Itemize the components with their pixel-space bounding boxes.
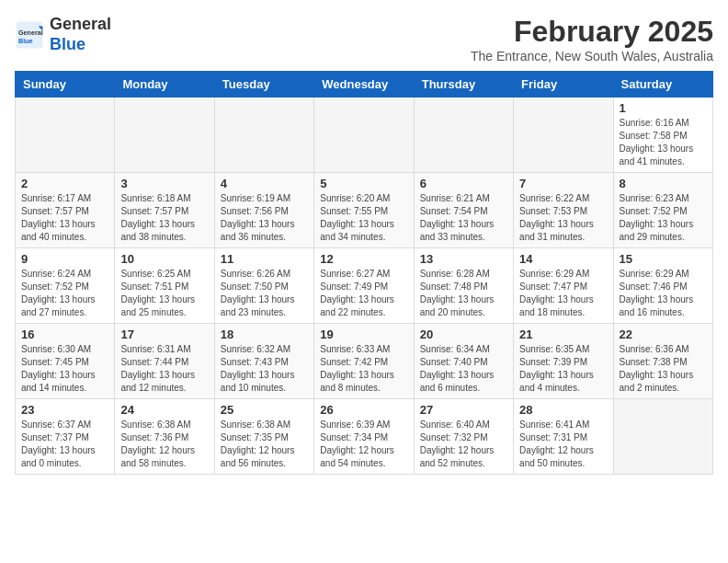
day-number: 15: [620, 252, 707, 266]
day-number: 6: [420, 177, 507, 190]
day-cell: 10Sunrise: 6:25 AM Sunset: 7:51 PM Dayli…: [115, 248, 214, 324]
day-cell: 1Sunrise: 6:16 AM Sunset: 7:58 PM Daylig…: [613, 98, 712, 173]
day-info: Sunrise: 6:24 AM Sunset: 7:52 PM Dayligh…: [21, 268, 108, 319]
day-cell: [115, 98, 214, 173]
day-info: Sunrise: 6:26 AM Sunset: 7:50 PM Dayligh…: [221, 268, 308, 319]
day-cell: 12Sunrise: 6:27 AM Sunset: 7:49 PM Dayli…: [314, 248, 414, 324]
day-number: 25: [221, 403, 308, 417]
day-info: Sunrise: 6:34 AM Sunset: 7:40 PM Dayligh…: [420, 343, 507, 395]
day-info: Sunrise: 6:31 AM Sunset: 7:44 PM Dayligh…: [120, 343, 208, 395]
weekday-header-tuesday: Tuesday: [214, 72, 313, 98]
week-row-1: 1Sunrise: 6:16 AM Sunset: 7:58 PM Daylig…: [16, 98, 713, 173]
day-info: Sunrise: 6:21 AM Sunset: 7:54 PM Dayligh…: [420, 192, 507, 244]
day-info: Sunrise: 6:30 AM Sunset: 7:45 PM Dayligh…: [21, 343, 108, 395]
day-cell: 6Sunrise: 6:21 AM Sunset: 7:54 PM Daylig…: [414, 173, 513, 248]
day-info: Sunrise: 6:35 AM Sunset: 7:39 PM Dayligh…: [519, 343, 607, 395]
day-cell: 20Sunrise: 6:34 AM Sunset: 7:40 PM Dayli…: [414, 324, 513, 399]
day-info: Sunrise: 6:29 AM Sunset: 7:47 PM Dayligh…: [519, 268, 607, 319]
day-number: 17: [120, 327, 208, 341]
day-cell: 27Sunrise: 6:40 AM Sunset: 7:32 PM Dayli…: [414, 399, 513, 475]
day-cell: [613, 399, 712, 475]
logo: General Blue General Blue: [15, 15, 111, 54]
day-info: Sunrise: 6:32 AM Sunset: 7:43 PM Dayligh…: [221, 343, 308, 395]
day-info: Sunrise: 6:23 AM Sunset: 7:52 PM Dayligh…: [620, 192, 707, 244]
day-number: 8: [620, 177, 707, 190]
day-info: Sunrise: 6:39 AM Sunset: 7:34 PM Dayligh…: [320, 419, 407, 470]
day-info: Sunrise: 6:22 AM Sunset: 7:53 PM Dayligh…: [519, 192, 607, 244]
day-cell: [514, 98, 613, 173]
day-info: Sunrise: 6:38 AM Sunset: 7:35 PM Dayligh…: [221, 419, 308, 470]
weekday-header-row: SundayMondayTuesdayWednesdayThursdayFrid…: [16, 72, 713, 98]
day-info: Sunrise: 6:17 AM Sunset: 7:57 PM Dayligh…: [21, 192, 108, 244]
day-info: Sunrise: 6:29 AM Sunset: 7:46 PM Dayligh…: [620, 268, 707, 319]
weekday-header-friday: Friday: [514, 72, 613, 98]
day-cell: 9Sunrise: 6:24 AM Sunset: 7:52 PM Daylig…: [16, 248, 115, 324]
day-number: 9: [21, 252, 108, 266]
day-number: 20: [420, 327, 507, 341]
day-cell: 14Sunrise: 6:29 AM Sunset: 7:47 PM Dayli…: [514, 248, 613, 324]
day-number: 13: [420, 252, 507, 266]
calendar-table: SundayMondayTuesdayWednesdayThursdayFrid…: [15, 71, 713, 475]
svg-text:General: General: [18, 29, 43, 37]
title-area: February 2025 The Entrance, New South Wa…: [471, 15, 713, 63]
day-info: Sunrise: 6:38 AM Sunset: 7:36 PM Dayligh…: [120, 419, 208, 470]
day-cell: 17Sunrise: 6:31 AM Sunset: 7:44 PM Dayli…: [115, 324, 214, 399]
day-number: 16: [21, 327, 108, 341]
day-info: Sunrise: 6:28 AM Sunset: 7:48 PM Dayligh…: [420, 268, 507, 319]
weekday-header-sunday: Sunday: [16, 72, 115, 98]
logo-general-text: General: [50, 15, 111, 33]
weekday-header-monday: Monday: [115, 72, 214, 98]
day-info: Sunrise: 6:19 AM Sunset: 7:56 PM Dayligh…: [221, 192, 308, 244]
day-cell: 28Sunrise: 6:41 AM Sunset: 7:31 PM Dayli…: [514, 399, 613, 475]
day-cell: 22Sunrise: 6:36 AM Sunset: 7:38 PM Dayli…: [613, 324, 712, 399]
week-row-4: 16Sunrise: 6:30 AM Sunset: 7:45 PM Dayli…: [16, 324, 713, 399]
weekday-header-wednesday: Wednesday: [314, 72, 414, 98]
day-number: 28: [519, 403, 607, 417]
day-info: Sunrise: 6:25 AM Sunset: 7:51 PM Dayligh…: [120, 268, 208, 319]
month-title: February 2025: [471, 15, 713, 49]
logo-blue-text: Blue: [50, 35, 85, 53]
day-cell: 13Sunrise: 6:28 AM Sunset: 7:48 PM Dayli…: [414, 248, 513, 324]
day-cell: 11Sunrise: 6:26 AM Sunset: 7:50 PM Dayli…: [214, 248, 313, 324]
week-row-2: 2Sunrise: 6:17 AM Sunset: 7:57 PM Daylig…: [16, 173, 713, 248]
day-cell: 21Sunrise: 6:35 AM Sunset: 7:39 PM Dayli…: [514, 324, 613, 399]
day-info: Sunrise: 6:40 AM Sunset: 7:32 PM Dayligh…: [420, 419, 507, 470]
day-info: Sunrise: 6:18 AM Sunset: 7:57 PM Dayligh…: [120, 192, 208, 244]
day-info: Sunrise: 6:37 AM Sunset: 7:37 PM Dayligh…: [21, 419, 108, 470]
day-cell: 23Sunrise: 6:37 AM Sunset: 7:37 PM Dayli…: [16, 399, 115, 475]
day-cell: 4Sunrise: 6:19 AM Sunset: 7:56 PM Daylig…: [214, 173, 313, 248]
day-cell: 2Sunrise: 6:17 AM Sunset: 7:57 PM Daylig…: [16, 173, 115, 248]
day-info: Sunrise: 6:36 AM Sunset: 7:38 PM Dayligh…: [620, 343, 707, 395]
weekday-header-thursday: Thursday: [414, 72, 513, 98]
day-number: 1: [620, 101, 707, 115]
day-number: 5: [320, 177, 407, 190]
day-number: 4: [221, 177, 308, 190]
weekday-header-saturday: Saturday: [613, 72, 712, 98]
day-number: 14: [519, 252, 607, 266]
day-info: Sunrise: 6:27 AM Sunset: 7:49 PM Dayligh…: [320, 268, 407, 319]
day-info: Sunrise: 6:20 AM Sunset: 7:55 PM Dayligh…: [320, 192, 407, 244]
day-number: 19: [320, 327, 407, 341]
day-number: 18: [221, 327, 308, 341]
day-info: Sunrise: 6:33 AM Sunset: 7:42 PM Dayligh…: [320, 343, 407, 395]
day-cell: 26Sunrise: 6:39 AM Sunset: 7:34 PM Dayli…: [314, 399, 414, 475]
day-cell: 8Sunrise: 6:23 AM Sunset: 7:52 PM Daylig…: [613, 173, 712, 248]
day-number: 21: [519, 327, 607, 341]
day-cell: 24Sunrise: 6:38 AM Sunset: 7:36 PM Dayli…: [115, 399, 214, 475]
day-number: 2: [21, 177, 108, 190]
day-number: 10: [120, 252, 208, 266]
week-row-3: 9Sunrise: 6:24 AM Sunset: 7:52 PM Daylig…: [16, 248, 713, 324]
week-row-5: 23Sunrise: 6:37 AM Sunset: 7:37 PM Dayli…: [16, 399, 713, 475]
day-cell: 3Sunrise: 6:18 AM Sunset: 7:57 PM Daylig…: [115, 173, 214, 248]
day-cell: 7Sunrise: 6:22 AM Sunset: 7:53 PM Daylig…: [514, 173, 613, 248]
day-number: 12: [320, 252, 407, 266]
day-cell: [16, 98, 115, 173]
day-number: 26: [320, 403, 407, 417]
day-cell: 19Sunrise: 6:33 AM Sunset: 7:42 PM Dayli…: [314, 324, 414, 399]
day-number: 3: [120, 177, 208, 190]
logo-icon: General Blue: [15, 20, 44, 50]
day-cell: 16Sunrise: 6:30 AM Sunset: 7:45 PM Dayli…: [16, 324, 115, 399]
day-cell: [414, 98, 513, 173]
day-cell: 15Sunrise: 6:29 AM Sunset: 7:46 PM Dayli…: [613, 248, 712, 324]
day-number: 23: [21, 403, 108, 417]
